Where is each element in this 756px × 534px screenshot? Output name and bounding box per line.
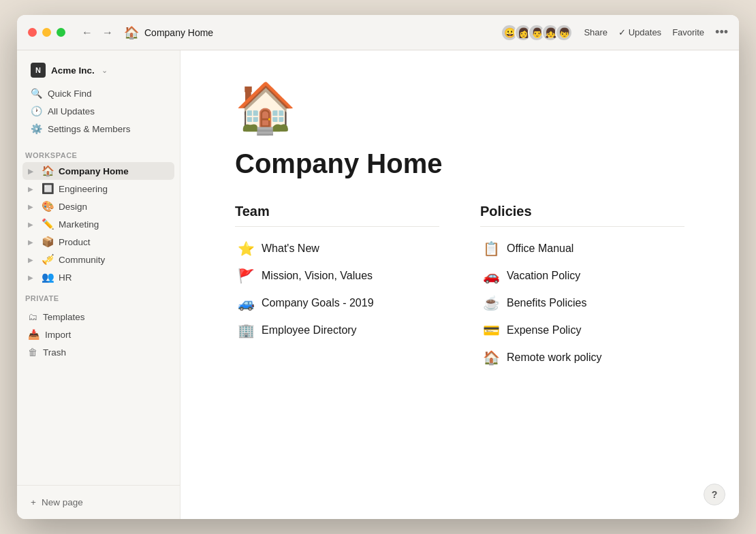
building-icon: 🏢 xyxy=(238,322,255,339)
team-item-mission[interactable]: 🚩 Mission, Vision, Values xyxy=(235,262,439,289)
close-button[interactable] xyxy=(28,28,37,37)
updates-button[interactable]: ✓ Updates xyxy=(618,27,661,37)
templates-label: Templates xyxy=(43,312,85,322)
policy-item-vacation[interactable]: 🚗 Vacation Policy xyxy=(480,262,684,289)
quick-find-item[interactable]: 🔍 Quick Find xyxy=(25,84,172,102)
home-icon: 🏠 xyxy=(483,349,500,366)
item-label: Benefits Policies xyxy=(507,297,586,309)
item-label: Employee Directory xyxy=(262,324,357,336)
sidebar-item-community[interactable]: ▶ 🎺 Community xyxy=(22,251,174,268)
private-items: 🗂 Templates 📥 Import 🗑 Trash xyxy=(17,308,180,361)
gear-icon: ⚙️ xyxy=(31,123,42,134)
trash-label: Trash xyxy=(43,347,66,358)
item-label: Expense Policy xyxy=(507,324,581,336)
sidebar-footer: + New page xyxy=(17,485,180,519)
sidebar-item-templates[interactable]: 🗂 Templates xyxy=(22,308,174,326)
chevron-right-icon: ▶ xyxy=(28,185,37,193)
page-emoji: 🏠 xyxy=(42,165,54,177)
sidebar-item-product[interactable]: ▶ 📦 Product xyxy=(22,233,174,251)
import-icon: 📥 xyxy=(28,329,40,340)
sidebar-page-label: Design xyxy=(59,202,87,212)
chevron-right-icon: ▶ xyxy=(28,168,37,175)
all-updates-item[interactable]: 🕐 All Updates xyxy=(25,102,172,120)
team-column: Team ⭐ What's New 🚩 Mission, Vision, Val… xyxy=(235,204,439,371)
star-icon: ⭐ xyxy=(238,240,255,257)
titlebar-actions: 😀 👩 👨 👧 👦 Share ✓ Updates Favorite ••• xyxy=(501,24,728,42)
coffee-icon: ☕ xyxy=(483,295,500,311)
import-label: Import xyxy=(45,330,71,340)
credit-card-icon: 💳 xyxy=(483,322,500,339)
sidebar-page-label: Community xyxy=(59,255,105,265)
page-icon: 🏠 xyxy=(235,83,684,132)
titlebar: ← → 🏠 Company Home 😀 👩 👨 👧 👦 Share ✓ Upd… xyxy=(17,15,739,50)
sidebar-top: N Acme Inc. ⌄ 🔍 Quick Find 🕐 All Updates… xyxy=(17,50,180,143)
policy-item-benefits[interactable]: ☕ Benefits Policies xyxy=(480,289,684,317)
item-label: Mission, Vision, Values xyxy=(262,270,373,282)
chevron-right-icon: ▶ xyxy=(28,256,37,264)
team-column-title: Team xyxy=(235,204,439,227)
maximize-button[interactable] xyxy=(57,28,65,37)
sidebar-item-trash[interactable]: 🗑 Trash xyxy=(22,343,174,361)
all-updates-label: All Updates xyxy=(48,106,95,116)
page-emoji: ✏️ xyxy=(42,218,54,230)
templates-icon: 🗂 xyxy=(28,311,37,322)
workspace-section-label: WORKSPACE xyxy=(17,143,180,162)
back-button[interactable]: ← xyxy=(79,25,95,40)
chevron-right-icon: ▶ xyxy=(28,238,37,246)
policies-column-title: Policies xyxy=(480,204,684,227)
policy-item-remote-work[interactable]: 🏠 Remote work policy xyxy=(480,344,684,371)
sidebar-page-label: HR xyxy=(59,272,72,283)
workspace-logo: N xyxy=(31,63,46,78)
item-label: What's New xyxy=(262,242,319,255)
share-button[interactable]: Share xyxy=(584,27,608,37)
sidebar-item-engineering[interactable]: ▶ 🔲 Engineering xyxy=(22,180,174,198)
sidebar-page-label: Engineering xyxy=(59,184,108,194)
page-emoji: 📦 xyxy=(42,236,54,248)
minimize-button[interactable] xyxy=(42,28,51,37)
sidebar-item-marketing[interactable]: ▶ ✏️ Marketing xyxy=(22,215,174,233)
car2-icon: 🚗 xyxy=(483,268,500,284)
flag-icon: 🚩 xyxy=(238,268,255,284)
more-options-button[interactable]: ••• xyxy=(715,25,728,40)
content-columns: Team ⭐ What's New 🚩 Mission, Vision, Val… xyxy=(235,204,684,371)
clock-icon: 🕐 xyxy=(31,106,42,116)
policies-items-list: 📋 Office Manual 🚗 Vacation Policy ☕ Bene… xyxy=(480,235,684,371)
team-item-goals[interactable]: 🚙 Company Goals - 2019 xyxy=(235,289,439,317)
item-label: Company Goals - 2019 xyxy=(262,297,374,309)
forward-button[interactable]: → xyxy=(99,25,116,40)
breadcrumb-icon: 🏠 xyxy=(124,25,139,40)
chevron-right-icon: ▶ xyxy=(28,203,37,210)
workspace-pages: ▶ 🏠 Company Home ▶ 🔲 Engineering ▶ 🎨 Des… xyxy=(17,162,180,286)
sidebar-item-import[interactable]: 📥 Import xyxy=(22,326,174,343)
sidebar-item-company-home[interactable]: ▶ 🏠 Company Home xyxy=(22,162,174,180)
workspace-name-label: Acme Inc. xyxy=(51,65,95,76)
team-item-whats-new[interactable]: ⭐ What's New xyxy=(235,235,439,262)
policy-item-expense[interactable]: 💳 Expense Policy xyxy=(480,317,684,344)
item-label: Office Manual xyxy=(507,242,573,255)
policy-item-office-manual[interactable]: 📋 Office Manual xyxy=(480,235,684,262)
settings-members-label: Settings & Members xyxy=(48,124,131,134)
sidebar-page-label: Product xyxy=(59,237,91,247)
workspace-chevron-icon: ⌄ xyxy=(101,66,108,75)
plus-icon: + xyxy=(31,497,36,507)
nav-arrows: ← → xyxy=(79,25,116,40)
workspace-selector[interactable]: N Acme Inc. ⌄ xyxy=(25,59,172,82)
favorite-button[interactable]: Favorite xyxy=(672,27,704,37)
new-page-button[interactable]: + New page xyxy=(25,494,172,511)
main-layout: N Acme Inc. ⌄ 🔍 Quick Find 🕐 All Updates… xyxy=(17,50,739,519)
sidebar-page-label: Marketing xyxy=(59,219,99,230)
breadcrumb-text: Company Home xyxy=(144,27,213,38)
avatar: 👦 xyxy=(555,24,573,42)
sidebar-item-design[interactable]: ▶ 🎨 Design xyxy=(22,198,174,215)
sidebar-item-hr[interactable]: ▶ 👥 HR xyxy=(22,268,174,286)
page-emoji: 🎨 xyxy=(42,200,54,213)
sidebar-page-label: Company Home xyxy=(59,166,129,176)
page-emoji: 👥 xyxy=(42,271,54,283)
page-title: Company Home xyxy=(235,148,684,179)
team-item-employee-directory[interactable]: 🏢 Employee Directory xyxy=(235,317,439,344)
settings-members-item[interactable]: ⚙️ Settings & Members xyxy=(25,120,172,138)
chevron-right-icon: ▶ xyxy=(28,274,37,281)
help-button[interactable]: ? xyxy=(704,484,725,505)
team-items-list: ⭐ What's New 🚩 Mission, Vision, Values 🚙… xyxy=(235,235,439,344)
item-label: Vacation Policy xyxy=(507,270,580,282)
